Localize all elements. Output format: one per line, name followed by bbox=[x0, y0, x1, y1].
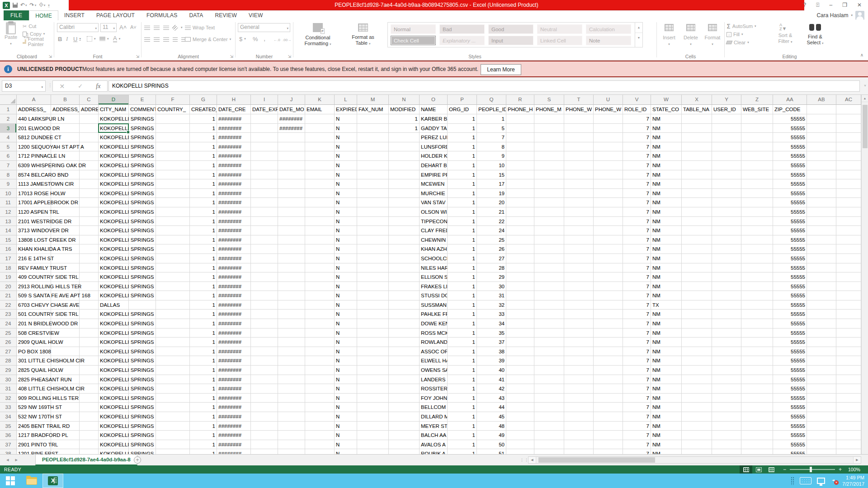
cell[interactable] bbox=[357, 282, 389, 291]
cell[interactable] bbox=[807, 235, 836, 245]
cell[interactable]: NM bbox=[651, 384, 682, 394]
row-header[interactable]: 36 bbox=[0, 431, 17, 440]
cell[interactable] bbox=[712, 254, 741, 263]
cell[interactable] bbox=[389, 412, 420, 422]
cell[interactable] bbox=[51, 347, 80, 357]
network-icon[interactable] bbox=[817, 478, 825, 484]
cell[interactable]: 1 bbox=[190, 244, 217, 254]
row-header[interactable]: 25 bbox=[0, 328, 17, 338]
cell[interactable]: ######## bbox=[217, 272, 251, 282]
cell[interactable] bbox=[506, 226, 534, 235]
cell[interactable]: 51 bbox=[477, 449, 506, 454]
cell[interactable]: 7 bbox=[623, 124, 651, 133]
cell[interactable]: NM bbox=[651, 263, 682, 273]
cell[interactable] bbox=[836, 422, 861, 431]
conditional-formatting-button[interactable]: Conditional Formatting ▾ bbox=[295, 22, 340, 47]
cell[interactable]: 55555 bbox=[773, 124, 807, 133]
cell[interactable] bbox=[80, 254, 99, 263]
cell[interactable]: CITY_NAM bbox=[99, 105, 129, 114]
cell[interactable] bbox=[741, 226, 773, 235]
cell[interactable]: MURCHIE bbox=[420, 189, 448, 198]
cell[interactable] bbox=[682, 263, 712, 273]
column-header[interactable]: L bbox=[335, 95, 357, 105]
cell[interactable] bbox=[741, 403, 773, 412]
cell[interactable] bbox=[807, 263, 836, 273]
cell[interactable] bbox=[278, 412, 305, 422]
cell[interactable] bbox=[594, 403, 623, 412]
cell[interactable]: 408 LITTLE CHISHOLM CIR bbox=[17, 384, 51, 394]
cell[interactable]: 55555 bbox=[773, 394, 807, 403]
cell[interactable] bbox=[712, 244, 741, 254]
cell[interactable]: ######## bbox=[217, 394, 251, 403]
borders-button[interactable]: ▾ bbox=[87, 35, 96, 42]
cell[interactable] bbox=[278, 226, 305, 235]
cell[interactable] bbox=[251, 375, 278, 385]
cell[interactable]: PO BOX 1808 bbox=[17, 347, 51, 357]
cell[interactable] bbox=[836, 114, 861, 124]
cell[interactable] bbox=[156, 440, 190, 450]
cell[interactable]: 2901 PINTO TRL bbox=[17, 440, 51, 450]
cell[interactable] bbox=[251, 319, 278, 328]
zoom-out-button[interactable]: − bbox=[783, 465, 786, 474]
cell[interactable]: 35 bbox=[477, 328, 506, 338]
learn-more-button[interactable]: Learn More bbox=[481, 64, 521, 75]
cell[interactable] bbox=[357, 254, 389, 263]
column-header[interactable]: AB bbox=[807, 95, 836, 105]
cell[interactable]: NM bbox=[651, 114, 682, 124]
horizontal-scrollbar[interactable]: ◀ ▶ bbox=[528, 456, 861, 464]
cell[interactable] bbox=[564, 338, 594, 347]
column-header[interactable]: Y bbox=[712, 95, 741, 105]
restore-button[interactable]: ❐ bbox=[842, 0, 847, 10]
cell[interactable]: 1 bbox=[448, 338, 477, 347]
cell[interactable] bbox=[278, 282, 305, 291]
cell[interactable]: ASSOC OF bbox=[420, 347, 448, 357]
cell[interactable] bbox=[251, 310, 278, 319]
cell[interactable]: N bbox=[335, 170, 357, 180]
italic-button[interactable]: I bbox=[66, 35, 68, 42]
column-header[interactable]: Z bbox=[741, 95, 773, 105]
cell[interactable]: 55555 bbox=[773, 161, 807, 170]
cell[interactable] bbox=[278, 142, 305, 152]
column-header[interactable]: B bbox=[51, 95, 80, 105]
cell[interactable] bbox=[251, 291, 278, 300]
cell[interactable] bbox=[564, 356, 594, 366]
cell[interactable] bbox=[357, 170, 389, 180]
cell[interactable]: KOKOPELLI SPRINGS bbox=[99, 384, 129, 394]
cell[interactable] bbox=[156, 449, 190, 454]
cell[interactable]: 1 bbox=[190, 226, 217, 235]
cell[interactable]: ADDRESS_ bbox=[17, 105, 51, 114]
cell[interactable] bbox=[534, 394, 564, 403]
cell[interactable] bbox=[534, 300, 564, 310]
cell[interactable]: ######## bbox=[217, 133, 251, 142]
cell[interactable] bbox=[357, 263, 389, 273]
cell[interactable] bbox=[594, 440, 623, 450]
cell[interactable]: 29 bbox=[477, 272, 506, 282]
cell[interactable] bbox=[305, 161, 335, 170]
cell[interactable]: ######## bbox=[217, 235, 251, 245]
cell[interactable] bbox=[389, 161, 420, 170]
cell[interactable] bbox=[278, 431, 305, 440]
cell[interactable]: N bbox=[335, 412, 357, 422]
cell[interactable]: NM bbox=[651, 142, 682, 152]
cell[interactable] bbox=[389, 375, 420, 385]
cell[interactable]: KOKOPELLI SPRINGS bbox=[99, 151, 129, 161]
cell[interactable] bbox=[80, 133, 99, 142]
align-left-icon[interactable] bbox=[144, 38, 150, 42]
cell[interactable]: ELWELL HA bbox=[420, 356, 448, 366]
cell[interactable] bbox=[278, 217, 305, 226]
cell[interactable]: NM bbox=[651, 347, 682, 357]
cell[interactable]: NM bbox=[651, 282, 682, 291]
cell[interactable] bbox=[506, 412, 534, 422]
row-header[interactable]: 34 bbox=[0, 412, 17, 422]
cell[interactable] bbox=[741, 161, 773, 170]
cell[interactable]: 7 bbox=[623, 170, 651, 180]
cell[interactable] bbox=[251, 272, 278, 282]
cell[interactable]: COUNTRY_ bbox=[156, 105, 190, 114]
cell[interactable] bbox=[564, 412, 594, 422]
cell[interactable] bbox=[305, 263, 335, 273]
cell[interactable] bbox=[156, 282, 190, 291]
cell[interactable] bbox=[80, 189, 99, 198]
cell[interactable] bbox=[506, 394, 534, 403]
cell[interactable]: 1200 SEQUOYAH ST APT A bbox=[17, 142, 51, 152]
cell[interactable]: 201 N BRIDLEWOOD DR bbox=[17, 319, 51, 328]
